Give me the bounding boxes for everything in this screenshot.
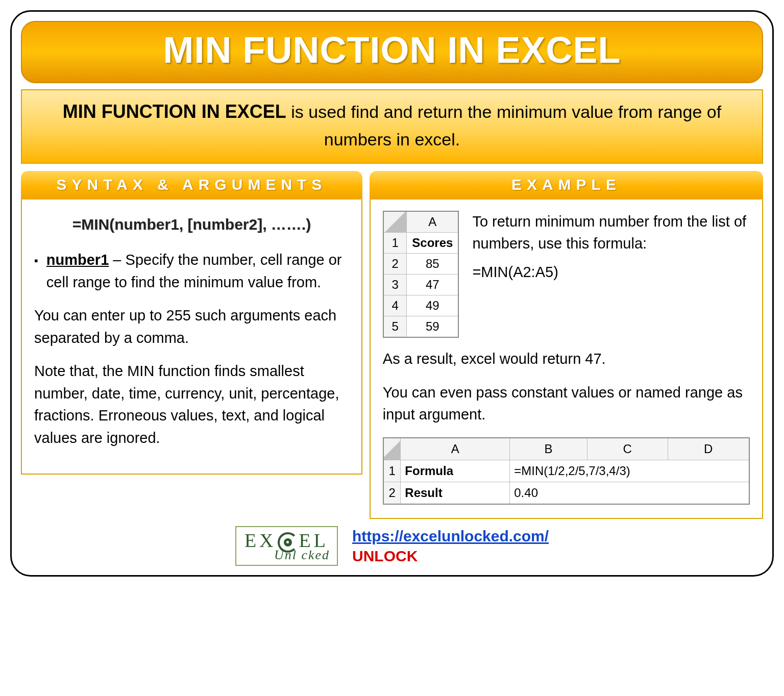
syntax-note-2: Note that, the MIN function finds smalle… [34, 360, 349, 449]
argument-block: ▪ number1 – Specify the number, cell ran… [34, 249, 349, 293]
cell-value: 47 [407, 275, 459, 295]
infographic-card: MIN FUNCTION IN EXCEL MIN FUNCTION IN EX… [10, 10, 774, 577]
cell-value: 49 [407, 295, 459, 316]
arg-name: number1 [46, 252, 109, 268]
syntax-body: =MIN(number1, [number2], …….) ▪ number1 … [21, 200, 362, 475]
logo-c-icon [278, 532, 298, 553]
logo-text-left: EX [244, 531, 277, 550]
intro-lead: MIN FUNCTION IN EXCEL [63, 101, 286, 122]
example-extra: You can even pass constant values or nam… [383, 382, 750, 426]
cell-formula-value: =MIN(1/2,2/5,7/3,4/3) [510, 460, 749, 482]
cell-label-result: Result [401, 482, 510, 504]
col-header: C [587, 438, 668, 460]
keyhole-icon [284, 538, 292, 546]
cell-scores-header: Scores [407, 233, 459, 254]
cell-label-formula: Formula [401, 460, 510, 482]
row-header: 3 [383, 275, 407, 295]
example-table-formula: A B C D 1 Formula =MIN(1/2,2/5,7/3,4/3) … [383, 437, 750, 505]
title-banner: MIN FUNCTION IN EXCEL [21, 21, 763, 83]
cell-value: 85 [407, 254, 459, 275]
syntax-formula: =MIN(number1, [number2], …….) [34, 213, 349, 236]
table-corner [383, 438, 401, 460]
footer-unlock: UNLOCK [352, 546, 549, 566]
table-corner [383, 211, 407, 233]
syntax-column: SYNTAX & ARGUMENTS =MIN(number1, [number… [21, 171, 362, 519]
row-header: 1 [383, 460, 401, 482]
bullet-icon: ▪ [34, 252, 38, 293]
logo: EX EL Unl cked [235, 526, 338, 566]
intro-rest: is used find and return the minimum valu… [286, 102, 721, 149]
syntax-header: SYNTAX & ARGUMENTS [21, 171, 362, 200]
intro-banner: MIN FUNCTION IN EXCEL is used find and r… [21, 89, 763, 164]
example-desc: To return minimum number from the list o… [472, 211, 750, 254]
row-header: 2 [383, 482, 401, 504]
cell-value: 59 [407, 316, 459, 338]
example-formula: =MIN(A2:A5) [472, 261, 750, 283]
example-column: EXAMPLE A 1 Scores 2 8 [370, 171, 763, 519]
cell-result-value: 0.40 [510, 482, 749, 504]
row-header: 2 [383, 254, 407, 275]
row-header: 4 [383, 295, 407, 316]
example-body: A 1 Scores 2 85 3 47 [370, 200, 763, 519]
example-table-scores: A 1 Scores 2 85 3 47 [383, 211, 459, 338]
row-header: 1 [383, 233, 407, 254]
row-header: 5 [383, 316, 407, 338]
example-header: EXAMPLE [370, 171, 763, 200]
col-header: D [668, 438, 749, 460]
col-header-a: A [407, 211, 459, 233]
footer: EX EL Unl cked https://excelunlocked.com… [21, 526, 763, 566]
example-result: As a result, excel would return 47. [383, 348, 750, 370]
col-header: B [510, 438, 587, 460]
footer-url[interactable]: https://excelunlocked.com/ [352, 526, 549, 546]
col-header: A [401, 438, 510, 460]
syntax-note-1: You can enter up to 255 such arguments e… [34, 305, 349, 349]
